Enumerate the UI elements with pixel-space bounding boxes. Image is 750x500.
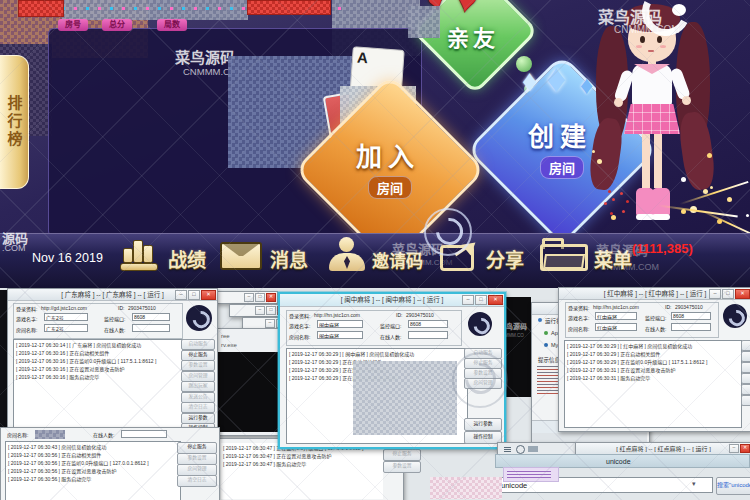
window-button[interactable]: 参数设置 — [383, 461, 421, 473]
window-button[interactable]: 运行参数 — [464, 418, 502, 431]
minimize-button[interactable]: – — [709, 289, 721, 299]
leaderboard-tab-label: 排行榜 — [6, 95, 23, 149]
log-line: [ 2019-12-17 06:30:29 ] 正在监听0.0升级端口 [ 11… — [567, 358, 739, 366]
window-button[interactable]: 启动服务 — [181, 339, 215, 350]
taskbar-glyph[interactable] — [528, 446, 538, 452]
game-lobby: 房号 总分 局数 排行榜 菜鸟源码 CNMMM.COM A ♥ ♥ 亲友 ♦ ♦… — [0, 0, 750, 290]
watermark-logo-circle — [424, 208, 472, 256]
column-header-rounds: 局数 — [157, 19, 187, 31]
window-button[interactable]: 房间管理 — [181, 371, 215, 382]
taskbar-glyph[interactable] — [504, 446, 511, 452]
id-label: ID: — [396, 312, 402, 318]
window-button[interactable] — [741, 351, 750, 362]
maximize-button[interactable]: □ — [475, 295, 487, 305]
girl-skirt — [624, 104, 680, 134]
log-line: [ 2019-12-17 06:30:29 ] [ 闽中麻将 ] 房间信息初始化… — [289, 350, 465, 358]
unicode-bar[interactable]: unicode — [495, 454, 750, 468]
online-input[interactable] — [121, 430, 167, 438]
window-button[interactable] — [741, 340, 750, 351]
close-button[interactable]: ✕ — [266, 293, 276, 302]
share-button[interactable]: 分享 — [486, 245, 524, 272]
minimize-button[interactable]: – — [244, 293, 254, 302]
window-button[interactable]: 清空日志 — [181, 402, 215, 413]
log-line: [ 2019-12-17 06:30:56 ] 正在启动相关组件 — [8, 451, 178, 459]
close-button[interactable]: ✕ — [735, 289, 750, 299]
maximize-button[interactable]: □ — [722, 289, 734, 299]
window-button[interactable]: 停止服务 — [383, 449, 421, 461]
game-name-input[interactable] — [317, 320, 363, 328]
window-button[interactable] — [741, 362, 750, 373]
log-line: [ 2019-12-17 06:30:16 ] 正在监听0.0升级端口 [ 11… — [16, 357, 180, 365]
log-line: [ 2019-12-17 06:30:47 ] 服务启动完毕 — [223, 460, 381, 468]
maximize-button[interactable]: □ — [266, 306, 276, 315]
minimize-button[interactable]: – — [265, 319, 275, 328]
folder-icon — [540, 237, 588, 271]
watermark-left-site: .COM — [2, 243, 26, 253]
close-button[interactable]: ✕ — [740, 444, 750, 453]
log-line: [ 2019-12-17 06:30:16 ] 服务启动完毕 — [16, 373, 180, 381]
minimize-button[interactable]: – — [462, 295, 474, 305]
online-input[interactable] — [671, 323, 711, 331]
chevron-down-icon[interactable]: ▾ — [692, 480, 696, 488]
log-line: [ 2019-12-17 06:30:31 ] 正在设置对恶意攻击防护 — [567, 366, 739, 374]
friends-button-label: 亲友 — [430, 20, 516, 52]
window-button[interactable]: 踢出玩家 — [181, 381, 215, 392]
login-label: 登录资料: — [289, 312, 310, 319]
minimize-button[interactable]: – — [175, 290, 187, 300]
port-input[interactable] — [408, 320, 448, 328]
censor-box-red — [247, 0, 331, 15]
room-name-label: 房间名称: — [289, 333, 310, 340]
window-button[interactable]: 参数设置 — [181, 360, 215, 371]
close-button[interactable]: ✕ — [488, 295, 503, 305]
log-line: [ 2019-12-17 06:30:43 ] 房间信息初始化成功 — [8, 443, 178, 451]
sparkle-dots — [710, 186, 713, 189]
id-label: ID: — [118, 305, 124, 311]
minimize-button[interactable]: – — [729, 444, 739, 453]
window-button[interactable]: 运行参数 — [181, 413, 215, 424]
censor-mosaic — [62, 0, 248, 20]
lobby-bottom-bar: 源码 .COM Nov 16 2019 战绩 消息 邀请码 菜鸟源码 CNMMM… — [0, 233, 750, 291]
girl-hand — [614, 98, 623, 107]
room-name-input[interactable] — [317, 331, 363, 339]
messages-button[interactable]: 消息 — [270, 245, 308, 272]
game-name-input[interactable] — [595, 312, 637, 320]
online-input[interactable] — [132, 324, 170, 332]
status-dot — [538, 318, 542, 322]
watermark-site: CNMMM.COM — [614, 24, 680, 35]
window-button[interactable]: 清空日志 — [177, 475, 217, 487]
log-line: [ 2019-12-17 06:30:16 ] 正在设置对恶意攻击防护 — [16, 365, 180, 373]
create-room-sublabel: 房间 — [540, 156, 584, 179]
port-input[interactable] — [132, 313, 170, 321]
taskbar-glyph[interactable] — [516, 445, 525, 454]
window-button[interactable] — [741, 373, 750, 384]
records-button[interactable]: 战绩 — [168, 245, 206, 272]
card-rank-label: A — [357, 49, 369, 67]
id-value: 2903475010 — [406, 312, 434, 318]
minimize-button[interactable]: – — [255, 306, 265, 315]
search-button[interactable]: 搜索"unicode" — [716, 477, 750, 495]
id-value: 2903475010 — [128, 305, 156, 311]
game-name-input[interactable] — [44, 313, 88, 321]
online-input[interactable] — [408, 331, 448, 339]
window-button[interactable]: 停止服务 — [181, 350, 215, 361]
room-name-label: 房间名称: — [16, 326, 37, 333]
maximize-button[interactable]: □ — [255, 293, 265, 302]
leaderboard-tab[interactable]: 排行榜 — [0, 55, 29, 189]
login-url: http://hn.jstc1cn.com — [593, 304, 639, 310]
close-button[interactable]: ✕ — [201, 290, 216, 300]
window-button[interactable] — [741, 395, 750, 406]
game-name-label: 游戏名字: — [16, 315, 37, 322]
app-logo-icon — [468, 312, 492, 336]
maximize-button[interactable]: □ — [188, 290, 200, 300]
window-button[interactable]: 发送公告 — [181, 392, 215, 403]
room-name-input[interactable] — [44, 324, 88, 332]
room-name-label: 房间名称: — [568, 325, 589, 332]
mysql-dot — [544, 343, 548, 347]
background-window-fragment: –□✕ — [216, 291, 278, 304]
port-label: 监控端口: — [380, 322, 401, 329]
port-input[interactable] — [671, 312, 711, 320]
window-button[interactable] — [741, 384, 750, 395]
girl-hand — [682, 96, 691, 105]
room-name-input[interactable] — [595, 323, 637, 331]
log-line: [ 2019-12-17 06:30:56 ] 正在设置对恶意攻击防护 — [8, 467, 178, 475]
